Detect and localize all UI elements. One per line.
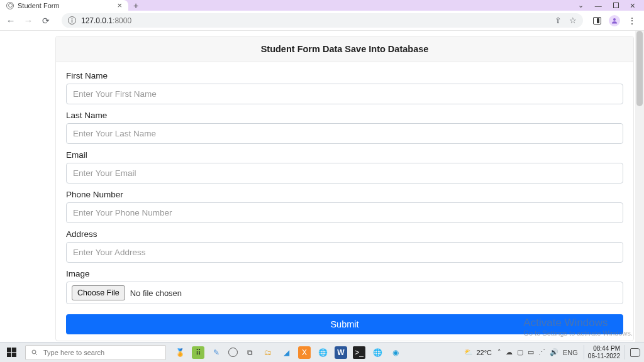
last-name-label: Last Name xyxy=(66,111,623,120)
image-label: Image xyxy=(66,269,623,278)
side-panel-icon[interactable] xyxy=(593,17,601,25)
url-host: 127.0.0.1 xyxy=(81,16,113,25)
bookmark-icon[interactable]: ☆ xyxy=(569,16,577,25)
window-controls: ⌄ — × xyxy=(569,0,644,11)
phone-input[interactable] xyxy=(66,202,623,223)
onedrive-icon[interactable]: ☁ xyxy=(506,348,513,356)
phone-label: Phone Number xyxy=(66,190,623,199)
system-tray[interactable]: ˄ ☁ ▢ ▭ ⋰ 🔊 ENG xyxy=(497,348,578,356)
email-label: Email xyxy=(66,150,623,160)
page-viewport: Student Form Data Save Into Database Fir… xyxy=(0,31,644,342)
scrollbar-thumb[interactable] xyxy=(636,31,643,106)
chevron-down-icon[interactable]: ⌄ xyxy=(578,1,584,9)
back-button[interactable]: ← xyxy=(5,15,16,26)
browser-tab-active[interactable]: Student Form × xyxy=(0,0,128,11)
image-file-input[interactable]: Choose File No file chosen xyxy=(66,282,623,304)
browser-toolbar: ← → ⟳ i 127.0.0.1:8000 ⇧ ☆ ⋮ xyxy=(0,11,644,31)
forward-button[interactable]: → xyxy=(23,15,34,26)
address-label: Address xyxy=(66,229,623,239)
task-view-icon[interactable]: ⧉ xyxy=(243,346,256,359)
notification-icon[interactable] xyxy=(630,348,640,357)
word-icon[interactable]: W xyxy=(335,346,347,359)
taskbar: Type here to search 🏅 ⠿ ✎ ⧉ 🗂 ◢ X 🌐 W >_… xyxy=(0,342,644,362)
file-explorer-icon[interactable]: 🗂 xyxy=(262,346,274,359)
xampp-icon[interactable]: X xyxy=(298,346,311,359)
site-info-icon[interactable]: i xyxy=(68,16,76,25)
profile-avatar[interactable] xyxy=(609,15,620,26)
choose-file-button[interactable]: Choose File xyxy=(72,285,125,300)
card-heading: Student Form Data Save Into Database xyxy=(56,36,633,62)
chrome-icon[interactable]: 🌐 xyxy=(316,346,329,359)
taskbar-search[interactable]: Type here to search xyxy=(25,345,166,360)
menu-icon[interactable]: ⋮ xyxy=(628,16,636,26)
wifi-icon[interactable]: ⋰ xyxy=(538,348,545,356)
first-name-input[interactable] xyxy=(66,84,623,104)
clock-time: 08:44 PM xyxy=(588,345,620,353)
last-name-input[interactable] xyxy=(66,123,623,144)
search-placeholder: Type here to search xyxy=(43,349,104,356)
globe-icon xyxy=(6,2,14,9)
share-icon[interactable]: ⇧ xyxy=(555,16,562,25)
weather-icon: ⛅ xyxy=(464,348,473,356)
form-card: Student Form Data Save Into Database Fir… xyxy=(55,36,634,341)
address-bar[interactable]: i 127.0.0.1:8000 ⇧ ☆ xyxy=(62,13,583,28)
language-indicator[interactable]: ENG xyxy=(563,349,578,356)
url-port: :8000 xyxy=(113,16,131,25)
first-name-label: First Name xyxy=(66,71,623,80)
file-status: No file chosen xyxy=(130,288,182,298)
clock-date: 06-11-2022 xyxy=(588,353,620,360)
browser-titlebar: Student Form × + ⌄ — × xyxy=(0,0,644,11)
svg-point-0 xyxy=(613,18,616,21)
submit-button[interactable]: Submit xyxy=(66,314,623,334)
volume-icon[interactable]: 🔊 xyxy=(550,348,558,356)
meet-now-icon[interactable]: ▢ xyxy=(517,348,523,356)
url-text: 127.0.0.1:8000 xyxy=(81,16,131,25)
taskbar-pinned: 🏅 ⠿ ✎ ⧉ 🗂 ◢ X 🌐 W >_ 🌐 ◉ xyxy=(169,346,407,359)
vscode-icon[interactable]: ◢ xyxy=(280,346,292,359)
maximize-icon[interactable] xyxy=(613,3,619,8)
minimize-icon[interactable]: — xyxy=(595,2,602,9)
cortana-icon[interactable] xyxy=(228,348,238,357)
tray-app-icon[interactable]: ✎ xyxy=(210,346,223,359)
close-window-icon[interactable]: × xyxy=(630,1,635,11)
vertical-scrollbar[interactable] xyxy=(635,31,644,342)
tray-app-icon[interactable]: 🏅 xyxy=(174,346,186,359)
tray-app-icon[interactable]: ⠿ xyxy=(192,346,204,359)
reload-button[interactable]: ⟳ xyxy=(40,16,52,26)
battery-icon[interactable]: ▭ xyxy=(528,348,534,356)
svg-point-1 xyxy=(32,350,36,354)
weather-widget[interactable]: ⛅ 22°C xyxy=(464,348,492,356)
clock[interactable]: 08:44 PM 06-11-2022 xyxy=(584,345,625,359)
address-input[interactable] xyxy=(66,242,623,263)
chrome-icon[interactable]: 🌐 xyxy=(371,346,384,359)
windows-icon xyxy=(7,348,16,357)
start-button[interactable] xyxy=(0,343,23,362)
terminal-icon[interactable]: >_ xyxy=(353,346,365,359)
chevron-up-icon[interactable]: ˄ xyxy=(497,348,501,356)
new-tab-button[interactable]: + xyxy=(128,0,143,11)
edge-icon[interactable]: ◉ xyxy=(389,346,402,359)
search-icon xyxy=(31,349,38,356)
tab-title: Student Form xyxy=(18,2,113,9)
close-icon[interactable]: × xyxy=(117,1,122,10)
email-input[interactable] xyxy=(66,163,623,184)
weather-temp: 22°C xyxy=(476,349,492,356)
svg-line-2 xyxy=(36,353,38,355)
